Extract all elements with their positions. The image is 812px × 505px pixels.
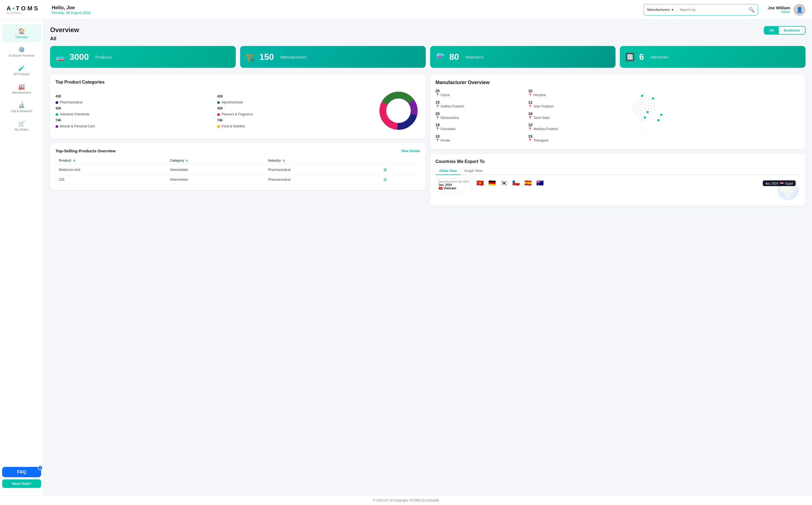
beauty-dot — [55, 125, 58, 128]
svg-point-58 — [640, 115, 641, 117]
svg-point-47 — [643, 110, 644, 111]
svg-point-44 — [635, 110, 636, 111]
detail-button[interactable]: ⊕ — [383, 177, 387, 182]
footer: © 2024-07-18 Copyright: ATOMS by Scimpli… — [0, 495, 812, 505]
sidebar-item-manufacturers[interactable]: 🏭 Manufacturers — [2, 80, 41, 98]
sidebar: 🏠 Overview ⚙️ Exclusive Products 🧪 All P… — [0, 20, 43, 495]
tab-globe-view[interactable]: Globe View — [435, 167, 460, 175]
svg-point-25 — [632, 105, 633, 106]
top-selling-table: Product ⇅ Category ⇅ Industry ⇅ Meldrums… — [55, 156, 420, 184]
countries-content: Exporting since Jan 2024 Jan, 2024 🇻🇳 Vi… — [435, 178, 800, 200]
flag-germany: 🇩🇪 — [487, 178, 497, 188]
svg-point-14 — [645, 99, 647, 100]
top-selling-card: Top-Selling Products Overview View Detai… — [50, 143, 426, 190]
industrial-dot — [55, 113, 58, 116]
logo: ATOMS by Scimplify — [7, 5, 42, 14]
stat-card-products: 🧫 3000 Products — [50, 46, 236, 68]
col-industry[interactable]: Industry ⇅ — [265, 156, 380, 165]
tab-graph-view[interactable]: Graph View — [460, 167, 486, 175]
manufacturers-stat-icon: 🏗️ — [246, 52, 255, 61]
export-since-label: Exporting since Jan 2024 — [438, 180, 469, 183]
toggle-all-button[interactable]: All — [764, 27, 779, 34]
svg-point-33 — [654, 106, 655, 107]
stat-card-manufacturers: 🏗️ 150 Manufacturers — [240, 46, 426, 68]
view-toggle[interactable]: All Exclusive — [764, 26, 805, 34]
col-action — [380, 156, 420, 165]
stat-card-industries: 🔲 6 Industries — [620, 46, 805, 68]
svg-point-62 — [641, 118, 642, 119]
svg-point-9 — [645, 96, 647, 98]
mfr-title: Manufacturer Overview — [435, 80, 800, 86]
search-category-dropdown[interactable]: Manufacturers ▾ — [644, 4, 677, 15]
mfr-item-ap: 15 📍Andhra Pradesh — [435, 100, 524, 110]
need-help-button[interactable]: Need Help? — [2, 479, 41, 488]
industries-count: 6 — [639, 52, 644, 62]
search-input[interactable] — [677, 4, 745, 15]
search-button[interactable]: 🔍 — [745, 7, 758, 13]
svg-point-32 — [651, 106, 652, 107]
countries-title: Countries We Export To — [435, 159, 800, 164]
sidebar-item-label: My Orders — [15, 128, 29, 131]
svg-point-11 — [637, 99, 638, 100]
products-count: 3000 — [70, 52, 89, 62]
svg-point-30 — [645, 105, 647, 106]
detail-button[interactable]: ⊕ — [383, 167, 387, 172]
legend-item: 428 — [217, 95, 372, 98]
svg-point-66 — [641, 124, 642, 125]
col-product[interactable]: Product ⇅ — [55, 156, 167, 165]
mfr-item-karnataka: 18 📍Karnataka — [435, 123, 524, 133]
search-bar[interactable]: Manufacturers ▾ 🔍 — [644, 4, 758, 15]
greeting-text: Hello, Joe — [52, 5, 91, 11]
sidebar-item-exclusive-products[interactable]: ⚙️ Exclusive Products — [2, 43, 41, 60]
svg-point-37 — [640, 107, 641, 108]
flag-vietnam: 🇻🇳 — [475, 178, 485, 188]
avatar[interactable]: 👤 — [794, 4, 805, 16]
svg-point-54 — [643, 113, 644, 114]
table-row: Meldrums Acid Intermediate Pharmaceutica… — [55, 165, 420, 175]
svg-point-50 — [651, 111, 652, 112]
lab-icon: 🔬 — [18, 102, 25, 108]
cell-category: Intermediate — [167, 165, 265, 175]
mfr-content: 20 📍Gujrat 10 📍Haryana 15 📍Andhra Prade — [435, 89, 800, 144]
mfr-item-mp: 10 📍Madhya Pradesh — [528, 123, 617, 133]
countries-tabs[interactable]: Globe View Graph View — [435, 167, 800, 175]
flag-chile: 🇨🇱 — [511, 178, 521, 188]
svg-point-53 — [640, 113, 641, 114]
sidebar-item-overview[interactable]: 🏠 Overview — [2, 24, 41, 42]
sidebar-item-label: Overview — [15, 35, 28, 39]
svg-point-26 — [635, 105, 636, 106]
reactions-stat-icon: ⚗️ — [435, 52, 445, 61]
stat-card-reactions: ⚗️ 80 Reactions — [430, 46, 616, 68]
col-category[interactable]: Category ⇅ — [167, 156, 265, 165]
mfr-item-tn: 18 📍Tamil Nadu — [528, 112, 617, 121]
sidebar-item-orders[interactable]: 🛒 My Orders — [2, 117, 41, 134]
svg-point-51 — [635, 113, 636, 114]
svg-point-15 — [648, 100, 649, 101]
industries-stat-icon: 🔲 — [625, 52, 635, 61]
svg-point-19 — [640, 102, 641, 103]
sidebar-item-label: Lab & Research — [11, 109, 32, 113]
view-details-link[interactable]: View Details — [401, 149, 420, 153]
donut-chart — [377, 89, 420, 133]
legend-item-beauty: Beauty & Personal Care — [55, 124, 211, 128]
svg-point-17 — [635, 102, 636, 103]
faq-section: FAQ ? Need Help? — [0, 464, 43, 491]
map-tooltip: Apr, 2024 🇪🇬 Egypt — [763, 180, 796, 186]
table-row: CDI Intermediate Pharmaceutical ⊕ — [55, 175, 420, 184]
mfr-item-kerala: 10 📍Kerala — [435, 134, 524, 144]
faq-bubble[interactable]: FAQ ? — [2, 467, 41, 477]
mfr-grid: 20 📍Gujrat 10 📍Haryana 15 📍Andhra Prade — [435, 89, 617, 144]
svg-point-43 — [632, 110, 633, 111]
legend-item-food: Food & Nutrition — [217, 124, 372, 128]
svg-point-31 — [648, 105, 649, 106]
exclusive-icon: ⚙️ — [18, 46, 25, 53]
sidebar-item-all-products[interactable]: 🧪 All Products — [2, 61, 41, 79]
products-label: Products — [95, 55, 111, 59]
sidebar-item-lab[interactable]: 🔬 Lab & Research — [2, 99, 41, 116]
mfr-item-telangana: 15 📍Telangana — [528, 134, 617, 144]
cell-product: Meldrums Acid — [55, 165, 167, 175]
svg-point-57 — [637, 115, 638, 117]
toggle-exclusive-button[interactable]: Exclusive — [779, 27, 805, 34]
svg-point-13 — [643, 99, 644, 100]
chart-area: 428 428 Pharmaceutical — [55, 89, 420, 133]
